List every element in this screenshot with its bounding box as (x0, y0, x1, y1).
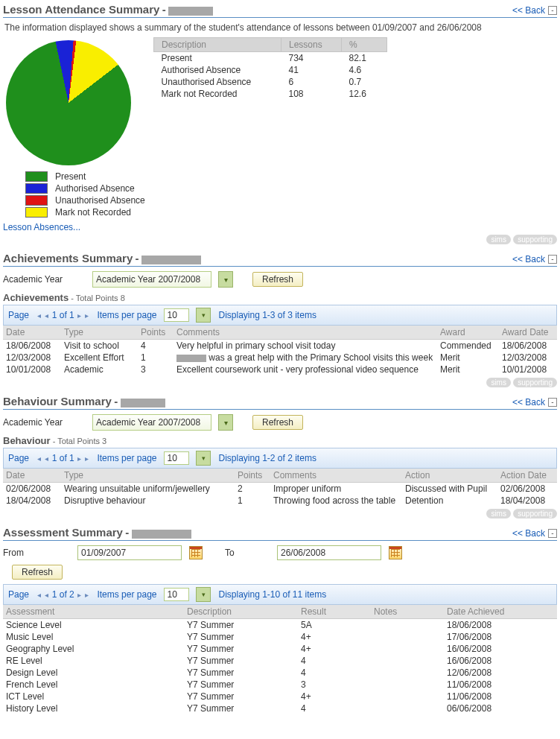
assessment-title: Assessment Summary (3, 526, 123, 539)
first-page-icon[interactable]: ◂ (36, 591, 42, 599)
to-label: To (225, 548, 270, 558)
last-page-icon[interactable]: ▸ (84, 591, 89, 599)
achievements-pager: Page ◂ ◂ 1 of 1 ▸ ▸ Items per page 10▾ D… (3, 305, 557, 326)
chevron-down-icon[interactable]: ▾ (196, 308, 211, 323)
redacted-name (132, 530, 191, 539)
behaviour-grid: Date Type Points Comments Action Action … (3, 469, 557, 507)
table-row: 18/04/2008Disruptive behaviour1Throwing … (3, 495, 557, 507)
attendance-section: Lesson Attendance Summary - << Back - Th… (3, 3, 557, 244)
assessment-grid: Assessment Description Result Notes Date… (3, 605, 557, 714)
table-row: French LevelY7 Summer311/06/2008 (3, 679, 557, 691)
table-row: Geography LevelY7 Summer4+16/06/2008 (3, 643, 557, 655)
attendance-title: Lesson Attendance Summary (3, 3, 159, 16)
items-per-page-input[interactable]: 10 (164, 308, 189, 322)
to-date-input[interactable]: 26/06/2008 (277, 545, 381, 560)
first-page-icon[interactable]: ◂ (36, 454, 42, 463)
last-page-icon[interactable]: ▸ (84, 311, 89, 320)
collapse-icon[interactable]: - (548, 529, 557, 538)
table-row: 02/06/2008Wearing unsuitable uniform/jew… (3, 483, 557, 495)
next-page-icon[interactable]: ▸ (77, 591, 82, 599)
prev-page-icon[interactable]: ◂ (44, 454, 49, 463)
behaviour-pager: Page ◂ ◂ 1 of 1 ▸ ▸ Items per page 10▾ D… (3, 448, 557, 469)
legend-item: Authorised Absence (25, 183, 557, 194)
from-label: From (3, 548, 70, 558)
achievements-grid: Date Type Points Comments Award Award Da… (3, 326, 557, 375)
footer-badge: sims supporting (3, 508, 557, 518)
next-page-icon[interactable]: ▸ (77, 454, 82, 463)
attendance-table: Description Lessons % Present73482.1Auth… (153, 37, 387, 100)
collapse-icon[interactable]: - (548, 398, 557, 407)
legend-item: Present (25, 171, 557, 182)
legend-item: Unauthorised Absence (25, 195, 557, 206)
table-row: ICT LevelY7 Summer4+11/06/2008 (3, 691, 557, 702)
table-row: 10/01/2008Academic3Excellent coursework … (3, 364, 557, 375)
chevron-down-icon[interactable]: ▾ (196, 587, 211, 602)
table-row: 12/03/2008Excellent Effort1 was a great … (3, 352, 557, 364)
chevron-down-icon[interactable]: ▾ (218, 271, 233, 288)
attendance-header: Lesson Attendance Summary - << Back - (3, 3, 557, 18)
attendance-pie-chart (6, 40, 131, 165)
table-row: Unauthorised Absence60.7 (154, 76, 387, 88)
table-row: RE LevelY7 Summer416/06/2008 (3, 655, 557, 667)
table-row: Music LevelY7 Summer4+17/06/2008 (3, 631, 557, 643)
behaviour-subtitle: Behaviour - Total Points 3 (3, 435, 557, 446)
next-page-icon[interactable]: ▸ (77, 311, 82, 320)
refresh-button[interactable]: Refresh (252, 272, 303, 287)
refresh-button[interactable]: Refresh (252, 415, 303, 430)
achievements-title: Achievements Summary (3, 252, 133, 264)
prev-page-icon[interactable]: ◂ (44, 591, 49, 599)
behaviour-section: Behaviour Summary - << Back - Academic Y… (3, 395, 557, 518)
assessment-section: Assessment Summary - << Back - From 01/0… (3, 526, 557, 714)
table-row: 18/06/2008Visit to school4Very helpful i… (3, 340, 557, 352)
chevron-down-icon[interactable]: ▾ (196, 451, 211, 466)
achievements-subtitle: Achievements - Total Points 8 (3, 292, 557, 303)
achievements-section: Achievements Summary - << Back - Academi… (3, 252, 557, 387)
back-link[interactable]: << Back - (512, 5, 557, 16)
redacted-name (168, 7, 213, 16)
academic-year-select[interactable]: Academic Year 2007/2008 (92, 271, 211, 288)
assessment-pager: Page ◂ ◂ 1 of 2 ▸ ▸ Items per page 10▾ D… (3, 584, 557, 605)
redacted-name (141, 256, 201, 264)
back-link[interactable]: << Back - (512, 397, 557, 407)
footer-badge: sims supporting (3, 377, 557, 387)
behaviour-title: Behaviour Summary (3, 395, 112, 407)
prev-page-icon[interactable]: ◂ (44, 311, 49, 320)
footer-badge: sims supporting (3, 234, 557, 244)
academic-year-select[interactable]: Academic Year 2007/2008 (92, 414, 211, 431)
back-link[interactable]: << Back - (512, 528, 557, 539)
items-per-page-input[interactable]: 10 (164, 588, 189, 601)
table-row: History LevelY7 Summer406/06/2008 (3, 702, 557, 714)
collapse-icon[interactable]: - (548, 6, 557, 15)
academic-year-label: Academic Year (3, 417, 85, 428)
chevron-down-icon[interactable]: ▾ (218, 414, 233, 431)
attendance-legend: PresentAuthorised AbsenceUnauthorised Ab… (3, 171, 557, 218)
collapse-icon[interactable]: - (548, 255, 557, 264)
first-page-icon[interactable]: ◂ (36, 311, 42, 320)
legend-item: Mark not Recorded (25, 207, 557, 218)
calendar-icon[interactable] (389, 546, 402, 559)
attendance-info: The information displayed shows a summar… (4, 22, 556, 33)
lesson-absences-link[interactable]: Lesson Absences... (3, 222, 557, 232)
refresh-button[interactable]: Refresh (12, 565, 63, 580)
redacted-name (121, 399, 165, 407)
last-page-icon[interactable]: ▸ (84, 454, 89, 463)
back-link[interactable]: << Back - (512, 254, 557, 264)
table-row: Science LevelY7 Summer5A18/06/2008 (3, 619, 557, 632)
academic-year-label: Academic Year (3, 274, 85, 285)
from-date-input[interactable]: 01/09/2007 (77, 545, 182, 560)
table-row: Mark not Recorded10812.6 (154, 88, 387, 100)
items-per-page-input[interactable]: 10 (164, 451, 189, 465)
table-row: Authorised Absence414.6 (154, 64, 387, 76)
calendar-icon[interactable] (189, 546, 203, 559)
table-row: Design LevelY7 Summer412/06/2008 (3, 667, 557, 679)
table-row: Present73482.1 (154, 52, 387, 65)
